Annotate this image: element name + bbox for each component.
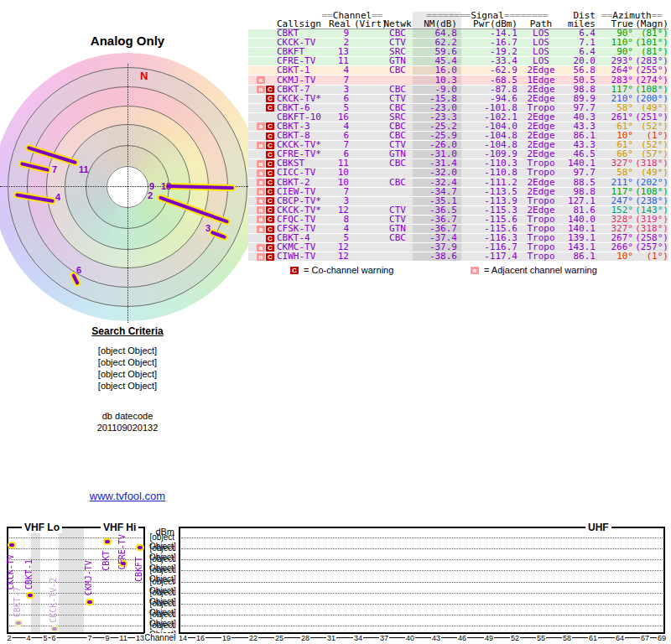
dbm-gridline — [181, 582, 663, 583]
table-row: a CKMJ-TV 7 10.3 -68.5 1Edge 50.5 283° (… — [248, 75, 668, 85]
channel-tick-label: 34 — [353, 634, 363, 642]
signal-bar-label: CFRE-TV — [117, 530, 127, 569]
co-channel-badge: C — [290, 265, 299, 275]
co-channel-badge: C — [266, 179, 274, 186]
co-channel-badge: C — [266, 104, 274, 112]
dist-group-header: Dist — [562, 12, 596, 20]
adjacent-channel-badge: a — [257, 160, 265, 168]
channel-tick-label: 28 — [300, 634, 310, 642]
dbm-gridline — [181, 615, 663, 615]
fm-gap-band — [59, 528, 84, 632]
tvfool-report-page: Analog Only TrueNorth N 7114913236 ==Cha… — [0, 0, 671, 644]
channel-tick-label: 69 — [657, 634, 667, 642]
channel-tick-label: 13 — [135, 634, 145, 642]
adjacent-channel-badge: a — [257, 216, 265, 223]
channel-tick-label: 16 — [195, 634, 205, 642]
cell-pwr-dbm: -110.8 — [461, 169, 520, 177]
channel-tick-label: 7 — [86, 634, 92, 642]
adjacent-channel-badge: a — [257, 86, 265, 93]
adjacent-channel-badge: a — [257, 253, 265, 261]
channel-tick-label: 22 — [248, 634, 258, 642]
channel-tick-label: 11 — [118, 634, 127, 642]
adjacent-channel-legend-text: = Adjacent channel warning — [484, 265, 597, 275]
cell-miles: 97.7 — [562, 169, 596, 177]
signal-bar-label: CBKT-1 — [24, 555, 34, 589]
col-header-virt: (Virt) — [349, 20, 382, 29]
channel-tick-label: 37 — [379, 634, 389, 642]
dbm-gridline — [181, 593, 663, 594]
cell-magn-azimuth: (255°) — [633, 66, 668, 75]
channel-tick-label: 2 — [6, 634, 12, 642]
magnetic-north-marker: N — [140, 70, 148, 82]
dbm-gridline — [9, 626, 143, 626]
table-row: C CFRE-TV* 6 GTN -31.0 -109.9 2Edge 46.5… — [248, 150, 668, 159]
cell-network: CBC — [382, 66, 413, 75]
table-row: CKCK-TV 2 CTV 62.2 -16.7 LOS 7.1 110° (1… — [248, 39, 668, 48]
co-channel-badge: C — [266, 132, 274, 140]
cell-callsign: CIWH-TV — [277, 252, 329, 261]
cell-pwr-dbm: -62.9 — [461, 66, 520, 75]
co-channel-badge: C — [266, 197, 274, 205]
warning-badges: a — [248, 76, 277, 84]
co-channel-badge: C — [266, 206, 274, 214]
criteria-line: [object Object] — [44, 345, 211, 356]
co-channel-badge: C — [266, 151, 274, 158]
adjacent-channel-badge: a — [257, 226, 265, 233]
adjacent-channel-badge: a — [257, 244, 265, 252]
signal-bar-label: CBKT — [101, 547, 111, 571]
cell-true-azimuth: 58° — [596, 169, 633, 177]
table-row: C CKCK-TV* 6 CTV -15.8 -94.6 2Edge 89.9 … — [248, 95, 668, 104]
table-row: aC CFSK-TV 4 GTN -36.7 -115.6 Tropo 140.… — [248, 225, 668, 234]
channel-tick-label: 52 — [510, 634, 520, 642]
cell-true-azimuth: 10° — [596, 252, 633, 261]
cell-pwr-dbm: -117.4 — [461, 252, 520, 261]
channel-tick-label: 4 — [25, 634, 31, 642]
cell-nm-db: -38.6 — [413, 252, 461, 261]
radar-channel-label: 11 — [79, 164, 89, 174]
radar-crosshair-vertical — [127, 64, 128, 323]
channel-tick-label: 49 — [484, 634, 494, 642]
dbm-gridline — [181, 570, 663, 571]
warning-badges — [248, 49, 277, 56]
warning-badges: aC — [248, 244, 277, 252]
adjacent-channel-badge: a — [257, 206, 265, 214]
channel-tick-label: 43 — [431, 634, 441, 642]
uhf-title: UHF — [585, 522, 611, 533]
cell-miles: 56.8 — [562, 66, 596, 75]
warning-badges: aC — [248, 142, 277, 149]
channel-tick-label: 31 — [326, 634, 336, 642]
channel-tick-label: 9 — [104, 634, 110, 642]
signal-bar-label: CKCK-TV-2 — [49, 573, 58, 623]
cell-network: CBC — [382, 159, 413, 168]
co-channel-badge: C — [266, 142, 274, 149]
cell-callsign: CICC-TV — [277, 169, 329, 177]
warning-badges — [248, 30, 277, 38]
search-criteria: Search Criteria [object Object][object O… — [44, 325, 211, 434]
radar-title: Analog Only — [44, 34, 211, 48]
db-datecode-label: db datecode — [44, 410, 211, 422]
table-column-headers: Callsign Real (Virt) Netwk NM(dB) Pwr(dB… — [277, 20, 668, 29]
cell-path: Tropo — [520, 169, 562, 177]
warning-badges — [248, 113, 277, 121]
channel-tick-label: 46 — [457, 634, 467, 642]
channel-tick-label: 25 — [274, 634, 284, 642]
co-channel-badge: C — [266, 122, 274, 130]
cell-nm-db: -32.0 — [413, 169, 461, 177]
warning-badges: aC — [248, 122, 277, 130]
cell-true-azimuth: 264° — [596, 66, 633, 75]
channel-tick-label: 6 — [50, 634, 56, 642]
uhf-panel: UHF — [179, 527, 665, 634]
channel-tick-label: 5 — [42, 634, 48, 642]
signal-bar — [14, 620, 23, 626]
cell-path: 2Edge — [520, 66, 562, 75]
warning-badges: aC — [248, 169, 277, 177]
co-channel-badge: C — [266, 86, 274, 93]
tvfool-link[interactable]: www.tvfool.com — [90, 490, 165, 502]
signal-bar-label: CBKT-7 — [13, 583, 22, 617]
azimuth-group-header: ==Azimuth== — [596, 12, 668, 20]
channel-tick-label: 67 — [640, 634, 650, 642]
signal-bar-label: CKMJ-TV — [84, 556, 93, 595]
warning-badges — [248, 39, 277, 47]
cell-network: CBC — [382, 179, 413, 187]
adjacent-channel-badge: a — [257, 179, 265, 186]
